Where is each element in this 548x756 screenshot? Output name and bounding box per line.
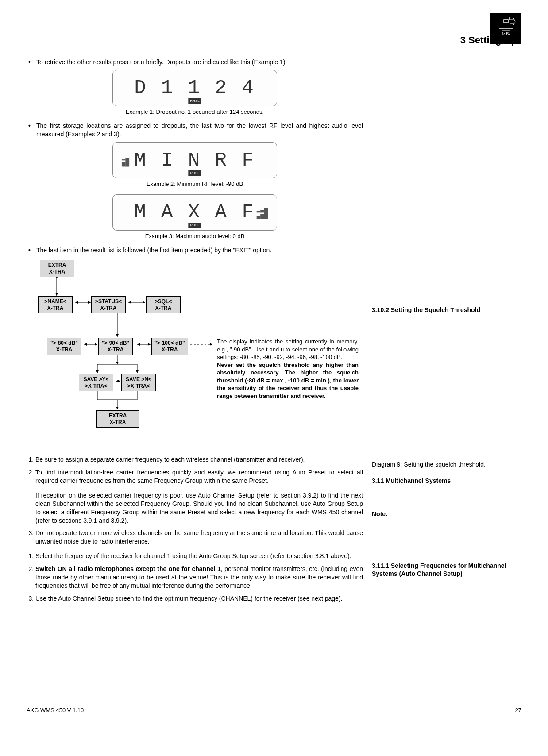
flow-description: The display indicates the setting curren… bbox=[217, 338, 359, 400]
step-3111-3: Use the Auto Channel Setup screen to fin… bbox=[35, 594, 363, 603]
lcd-text: M A X A F bbox=[134, 199, 255, 225]
bullet-storage: The first storage locations are assigned… bbox=[27, 122, 363, 139]
note-311: If reception on the selected carrier fre… bbox=[35, 491, 363, 525]
flow-extra-top: EXTRAX-TRA bbox=[40, 260, 74, 277]
diagram-9-caption: Diagram 9: Setting the squelch threshold… bbox=[372, 460, 521, 469]
lcd-text: D 1 1 2 4 bbox=[134, 75, 255, 101]
header-icon: 2x Rv bbox=[490, 13, 521, 44]
heading-3-11-1: 3.11.1 Selecting Frequencies for Multich… bbox=[372, 562, 521, 579]
lcd-text: M I N R F bbox=[134, 147, 255, 174]
heading-3-11: 3.11 Multichannel Systems bbox=[372, 477, 521, 485]
footer-left: AKG WMS 450 V 1.10 bbox=[27, 706, 84, 714]
lcd-tag: RHSL bbox=[188, 170, 201, 176]
diagram-9: EXTRAX-TRA >NAME<X-TRA >STATUS<X-TRA >SQ… bbox=[27, 258, 363, 453]
header-icon-label: 2x Rv bbox=[502, 31, 510, 36]
footer-page: 27 bbox=[515, 706, 521, 714]
flow-db90: ">-90< dB"X-TRA bbox=[98, 338, 133, 355]
step-311-2: To find intermodulation-free carrier fre… bbox=[35, 468, 363, 485]
lcd-tag: RHSL bbox=[188, 223, 201, 228]
step-3111-1: Select the frequency of the receiver for… bbox=[35, 552, 363, 560]
lcd-example1: D 1 1 2 4 RHSL bbox=[112, 70, 277, 106]
step-311-1: Be sure to assign a separate carrier fre… bbox=[35, 455, 363, 464]
flow-db100: ">-100< dB"X-TRA bbox=[151, 338, 188, 355]
flow-save-y: SAVE >Y<>X-TRA< bbox=[79, 374, 113, 391]
bars-icon: ▂▃▅▃▅▇ bbox=[257, 206, 268, 219]
list-311: Be sure to assign a separate carrier fre… bbox=[27, 455, 363, 485]
note-label: Note: bbox=[372, 510, 521, 518]
caption-1: Example 1: Dropout no. 1 occurred after … bbox=[27, 108, 363, 116]
flow-save-n: SAVE >N<>X-TRA< bbox=[121, 374, 156, 391]
caption-2: Example 2: Minimum RF level: -90 dB bbox=[27, 180, 363, 188]
list-3111: Select the frequency of the receiver for… bbox=[27, 552, 363, 602]
lcd-example2: ▁▃▅▇ M I N R F RHSL bbox=[112, 142, 277, 178]
flow-sql: >SQL<X-TRA bbox=[146, 296, 181, 313]
flow-name: >NAME<X-TRA bbox=[38, 296, 73, 313]
bullet-retrieve: To retrieve the other results press t or… bbox=[27, 58, 363, 66]
flow-db80: ">-80< dB"X-TRA bbox=[47, 338, 81, 355]
signal-icon: ▁▃▅▇ bbox=[122, 154, 129, 166]
heading-3-10-2: 3.10.2 Setting the Squelch Threshold bbox=[372, 306, 521, 314]
flow-extra-bottom: EXTRAX-TRA bbox=[96, 410, 139, 428]
step-3111-2: Switch ON all radio microphones except t… bbox=[35, 565, 363, 590]
flow-status: >STATUS<X-TRA bbox=[91, 296, 126, 313]
lcd-tag: RHSL bbox=[188, 98, 201, 104]
svg-rect-2 bbox=[504, 20, 508, 23]
lcd-example3: M A X A F ▂▃▅▃▅▇ RHSL bbox=[112, 194, 277, 231]
bullet-exit: The last item in the result list is foll… bbox=[27, 246, 363, 255]
step-311-3: Do not operate two or more wireless chan… bbox=[35, 529, 363, 546]
caption-3: Example 3: Maximum audio level: 0 dB bbox=[27, 232, 363, 240]
